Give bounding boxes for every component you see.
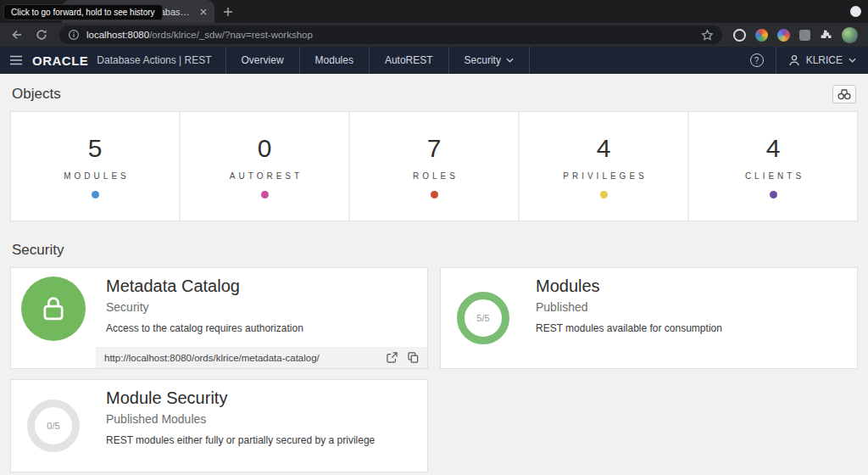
app-header: ORACLE Database Actions | REST Overview … [0, 47, 868, 74]
extension-icon[interactable] [799, 30, 810, 41]
stat-value: 7 [427, 134, 442, 163]
tab-search-icon[interactable] [850, 6, 861, 17]
puzzle-extension-icon[interactable] [820, 29, 832, 42]
card-url-footer: http://localhost:8080/ords/klrice/metada… [96, 347, 427, 368]
module-security-ratio: 0/5 [47, 421, 59, 431]
stat-label: CLIENTS [742, 171, 804, 181]
card-icon-area: 5/5 [441, 268, 526, 368]
browser-tab-strip: REST | Oracle Database Action Click to g… [0, 0, 868, 23]
extension-icon[interactable] [733, 29, 746, 42]
external-link-icon [387, 352, 398, 363]
card-title: Modules [536, 277, 847, 296]
card-description: Access to the catalog requires authoriza… [106, 322, 417, 334]
extension-icon[interactable] [755, 29, 768, 42]
stat-card-roles[interactable]: 7 ROLES [350, 112, 520, 221]
module-security-donut: 0/5 [27, 400, 80, 452]
stat-label: PRIVILEGES [559, 171, 647, 181]
new-tab-button[interactable] [223, 7, 233, 17]
stat-card-modules[interactable]: 5 MODULES [11, 112, 181, 221]
user-icon [788, 54, 800, 66]
security-heading: Security [12, 242, 856, 259]
open-external-button[interactable] [387, 352, 398, 363]
app-brand: ORACLE Database Actions | REST [32, 47, 225, 74]
stat-value: 0 [258, 134, 272, 163]
nav-label: Overview [242, 54, 284, 66]
stat-value: 4 [597, 134, 611, 163]
card-subtitle: Published [536, 300, 847, 314]
card-title: Module Security [106, 388, 417, 408]
nav-label: Security [465, 54, 501, 66]
menu-icon[interactable] [0, 47, 32, 74]
nav-item-modules[interactable]: Modules [300, 47, 370, 74]
stat-dot [261, 191, 269, 198]
modules-ratio: 5/5 [476, 313, 489, 323]
card-description: REST modules either fully or partially s… [106, 434, 417, 446]
stat-label: ROLES [409, 171, 459, 181]
metadata-catalog-card[interactable]: Metadata Catalog Security Access to the … [10, 267, 428, 369]
help-icon: ? [750, 53, 764, 67]
url-text[interactable]: localhost:8080/ords/klrice/_sdw/?nav=res… [86, 30, 694, 40]
stat-dot [600, 191, 608, 198]
browser-address-bar: localhost:8080/ords/klrice/_sdw/?nav=res… [0, 23, 868, 47]
nav-label: AutoREST [385, 54, 433, 66]
extension-icon[interactable] [777, 29, 790, 42]
bookmark-star-icon[interactable] [701, 29, 714, 42]
lock-badge [21, 277, 86, 341]
oracle-logo: ORACLE [32, 53, 88, 68]
url-host: localhost:8080 [86, 30, 149, 40]
profile-avatar[interactable] [842, 27, 858, 43]
modules-donut: 5/5 [457, 292, 509, 344]
history-tooltip: Click to go forward, hold to see history [3, 4, 163, 20]
binoculars-icon [837, 88, 851, 100]
user-label: KLRICE [806, 54, 843, 66]
chevron-down-icon [849, 58, 856, 63]
app-title: Database Actions | REST [97, 54, 211, 66]
main-content: Objects 5 MODULES 0 AUTOREST 7 ROLES 4 P… [0, 85, 868, 472]
card-icon-area [11, 268, 96, 368]
modules-card[interactable]: 5/5 Modules Published REST modules avail… [440, 267, 858, 369]
stat-dot [770, 191, 777, 198]
stat-card-clients[interactable]: 4 CLIENTS [689, 112, 857, 221]
stat-dot [431, 191, 438, 198]
header-nav: Overview Modules AutoREST Security [225, 47, 530, 74]
card-description: REST modules available for consumption [536, 322, 847, 334]
stat-card-autorest[interactable]: 0 AUTOREST [181, 112, 350, 221]
lock-icon [38, 293, 69, 324]
nav-item-autorest[interactable]: AutoREST [370, 47, 449, 74]
site-info-icon[interactable] [68, 29, 80, 41]
close-tab-icon[interactable] [199, 8, 208, 16]
card-icon-area: 0/5 [11, 380, 96, 472]
user-menu[interactable]: KLRICE [776, 47, 868, 74]
back-icon[interactable] [10, 28, 24, 42]
stat-label: MODULES [60, 171, 129, 181]
nav-item-overview[interactable]: Overview [226, 47, 300, 74]
stat-value: 5 [88, 134, 103, 163]
url-bar[interactable]: localhost:8080/ords/klrice/_sdw/?nav=res… [59, 25, 722, 44]
card-subtitle: Published Modules [106, 412, 417, 426]
copy-icon [408, 352, 419, 363]
stat-card-privileges[interactable]: 4 PRIVILEGES [520, 112, 689, 221]
help-button[interactable]: ? [738, 47, 776, 74]
objects-heading: Objects [12, 86, 61, 103]
nav-label: Modules [315, 54, 353, 66]
extensions-cluster [733, 27, 858, 43]
url-path: /ords/klrice/_sdw/?nav=rest-workshop [149, 30, 313, 40]
copy-url-button[interactable] [408, 352, 419, 363]
card-subtitle: Security [106, 300, 417, 314]
stat-label: AUTOREST [226, 171, 303, 181]
header-right: ? KLRICE [738, 47, 868, 74]
reload-icon[interactable] [35, 28, 48, 42]
stat-dot [92, 191, 99, 198]
nav-item-security[interactable]: Security [449, 47, 530, 74]
find-objects-button[interactable] [832, 85, 856, 103]
stat-value: 4 [766, 134, 781, 163]
card-body: Modules Published REST modules available… [526, 268, 857, 368]
module-security-card[interactable]: 0/5 Module Security Published Modules RE… [10, 379, 428, 472]
card-body: Module Security Published Modules REST m… [96, 380, 427, 472]
catalog-url: http://localhost:8080/ords/klrice/metada… [104, 353, 376, 363]
card-title: Metadata Catalog [106, 277, 417, 296]
chevron-down-icon [506, 58, 514, 63]
object-stats-row: 5 MODULES 0 AUTOREST 7 ROLES 4 PRIVILEGE… [10, 111, 858, 221]
